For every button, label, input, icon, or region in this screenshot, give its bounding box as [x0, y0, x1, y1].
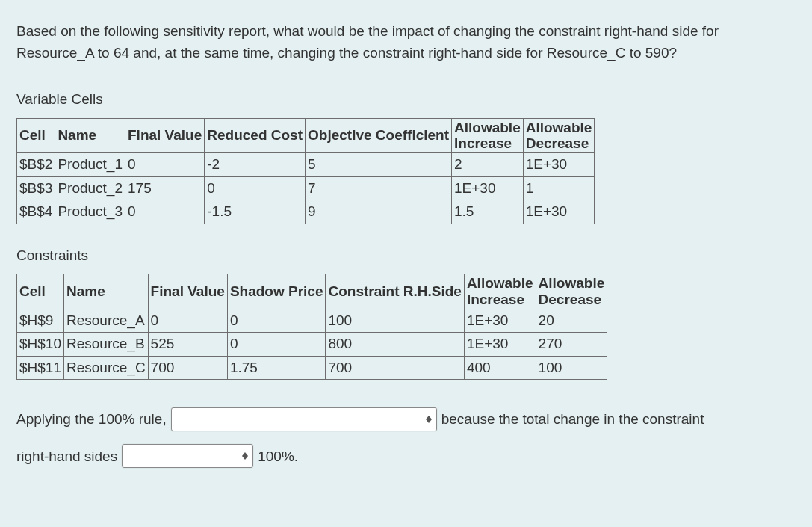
table-header-row: Cell Name Final Value Reduced Cost Objec…	[17, 118, 595, 153]
variable-cells-title: Variable Cells	[16, 89, 796, 111]
table-cell: 1E+30	[523, 153, 595, 177]
constraints-table: Cell Name Final Value Shadow Price Const…	[16, 274, 607, 380]
chevron-updown-icon	[236, 452, 248, 460]
table-cell: 1E+30	[452, 176, 524, 200]
answer-text-4: 100%.	[258, 438, 298, 475]
table-cell: 175	[125, 176, 205, 200]
table-cell: -1.5	[205, 200, 306, 224]
table-row: $H$11Resource_C7001.75700400100	[17, 356, 607, 380]
question-text: Based on the following sensitivity repor…	[16, 21, 796, 64]
table-cell: Resource_B	[64, 333, 149, 357]
table-row: $B$3Product_2175071E+301	[17, 176, 595, 200]
answer-text-2: because the total change in the constrai…	[441, 401, 704, 437]
table-cell: $H$10	[17, 333, 64, 357]
table-cell: 1	[523, 176, 595, 200]
table-cell: 700	[148, 356, 227, 380]
table-cell: 2	[452, 153, 524, 177]
table-cell: 1E+30	[464, 333, 536, 357]
table-cell: 1.5	[452, 200, 524, 224]
constraints-title: Constraints	[16, 245, 796, 267]
col-objective-coeff: Objective Coefficient	[306, 118, 452, 153]
table-cell: 0	[227, 309, 326, 333]
answer-text-1: Applying the 100% rule,	[16, 401, 167, 437]
answer-select-1[interactable]	[171, 407, 437, 431]
col-allow-decrease: AllowableDecrease	[523, 118, 595, 153]
col-allow-increase: AllowableIncrease	[464, 274, 536, 309]
col-final-value: Final Value	[125, 118, 205, 153]
table-cell: 700	[326, 356, 464, 380]
table-cell: $B$3	[17, 176, 55, 200]
table-cell: 270	[536, 333, 607, 357]
table-row: $B$2Product_10-2521E+30	[17, 153, 595, 177]
table-cell: 400	[464, 356, 536, 380]
table-cell: 7	[306, 176, 452, 200]
table-cell: $B$2	[17, 153, 55, 177]
table-cell: 20	[536, 309, 607, 333]
table-cell: 100	[326, 309, 464, 333]
answer-sentence: Applying the 100% rule, because the tota…	[16, 401, 796, 475]
table-cell: $H$9	[17, 309, 64, 333]
table-cell: 0	[205, 176, 306, 200]
table-cell: Product_2	[55, 176, 125, 200]
col-allow-increase: AllowableIncrease	[452, 118, 524, 153]
table-row: $B$4Product_30-1.591.51E+30	[17, 200, 595, 224]
chevron-updown-icon	[420, 416, 432, 423]
table-cell: -2	[205, 153, 306, 177]
table-cell: Product_1	[55, 153, 125, 177]
table-cell: Product_3	[55, 200, 125, 224]
table-cell: 800	[326, 333, 464, 357]
col-name: Name	[55, 118, 125, 153]
table-cell: 1E+30	[523, 200, 595, 224]
table-row: $H$9Resource_A001001E+3020	[17, 309, 607, 333]
answer-text-3: right-hand sides	[16, 438, 117, 475]
col-constraint-rhs: Constraint R.H.Side	[326, 274, 464, 309]
table-cell: 100	[536, 356, 607, 380]
table-cell: 5	[306, 153, 452, 177]
col-final-value: Final Value	[148, 274, 227, 309]
table-cell: 0	[125, 200, 205, 224]
col-allow-decrease: AllowableDecrease	[536, 274, 607, 309]
col-cell: Cell	[17, 118, 55, 153]
table-cell: 0	[125, 153, 205, 177]
table-cell: $B$4	[17, 200, 55, 224]
answer-select-2[interactable]	[122, 444, 253, 468]
table-cell: 1.75	[227, 356, 326, 380]
table-cell: 525	[148, 333, 227, 357]
variable-cells-table: Cell Name Final Value Reduced Cost Objec…	[16, 118, 595, 224]
table-cell: Resource_C	[64, 356, 149, 380]
col-shadow-price: Shadow Price	[227, 274, 326, 309]
col-reduced-cost: Reduced Cost	[205, 118, 306, 153]
table-cell: $H$11	[17, 356, 64, 380]
table-cell: 0	[148, 309, 227, 333]
table-cell: 9	[306, 200, 452, 224]
table-cell: 1E+30	[464, 309, 536, 333]
table-row: $H$10Resource_B52508001E+30270	[17, 333, 607, 357]
col-name: Name	[64, 274, 149, 309]
table-cell: Resource_A	[64, 309, 149, 333]
table-header-row: Cell Name Final Value Shadow Price Const…	[17, 274, 607, 309]
col-cell: Cell	[17, 274, 64, 309]
table-cell: 0	[227, 333, 326, 357]
